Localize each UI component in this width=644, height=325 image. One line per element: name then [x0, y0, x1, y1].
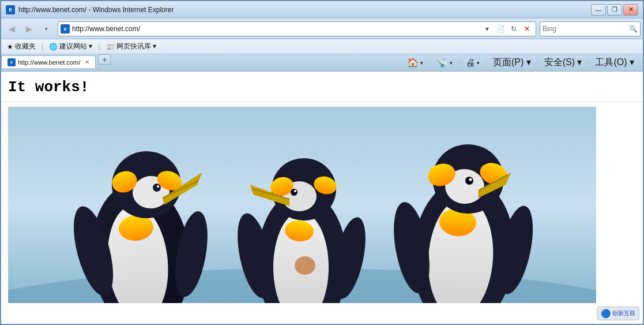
title-bar: e http://www.benet.com/ - Windows Intern…: [1, 1, 643, 18]
tab-close-button[interactable]: ✕: [85, 59, 89, 65]
web-slice-label: 网页快讯库 ▾: [116, 42, 156, 51]
feed-icon: 📡: [436, 57, 448, 68]
print-dropdown-icon: ▾: [477, 60, 480, 66]
home-dropdown-icon: ▾: [420, 60, 423, 66]
close-button[interactable]: ✕: [623, 4, 638, 16]
ie-logo-icon: e: [6, 5, 15, 14]
cmd-separator-1: [430, 58, 430, 68]
star-icon: ★: [7, 43, 13, 51]
active-tab[interactable]: e http://www.benet.com/ ✕: [1, 55, 96, 68]
page-icon: e: [61, 24, 70, 33]
minimize-button[interactable]: —: [591, 4, 606, 16]
nav-dropdown-button[interactable]: ▾: [38, 21, 54, 36]
tab-command-row: e http://www.benet.com/ ✕ + 🏠 ▾ 📡 ▾ 🖨 ▾: [1, 54, 643, 72]
safety-button[interactable]: 安全(S) ▾: [540, 54, 586, 71]
restore-button[interactable]: ❐: [607, 4, 622, 16]
watermark-icon: 🔵: [601, 309, 611, 318]
watermark-text: 创新互联: [612, 309, 635, 317]
cmd-separator-2: [459, 58, 460, 68]
watermark: 🔵 创新互联: [597, 307, 639, 320]
page-button[interactable]: 页面(P) ▾: [489, 54, 535, 71]
address-input[interactable]: [72, 25, 481, 33]
refresh-button[interactable]: ↻: [507, 23, 520, 35]
safety-label: 安全(S) ▾: [544, 57, 582, 69]
browser-window: e http://www.benet.com/ - Windows Intern…: [0, 0, 644, 325]
content-wrapper: It works!: [1, 72, 643, 324]
web-slice-icon: 📰: [106, 43, 115, 51]
window-controls: — ❐ ✕: [591, 4, 638, 16]
tab-favicon: e: [7, 58, 16, 66]
search-button[interactable]: 🔍: [629, 25, 638, 33]
stop-button[interactable]: ✕: [521, 23, 533, 35]
content-area: It works!: [1, 72, 643, 324]
address-dropdown-button[interactable]: ▾: [481, 23, 494, 35]
tab-title: http://www.benet.com/: [18, 59, 80, 66]
address-actions: ▾ 📄 ↻ ✕: [481, 23, 533, 35]
cmd-separator-5: [588, 58, 589, 68]
favorites-label: 收藏夹: [15, 42, 36, 51]
command-bar: 🏠 ▾ 📡 ▾ 🖨 ▾ 页面(P) ▾ 安全(S) ▾: [398, 54, 643, 71]
home-button[interactable]: 🏠 ▾: [403, 55, 427, 70]
favorites-folder-button[interactable]: ★ 收藏夹: [5, 40, 38, 53]
print-icon: 🖨: [466, 58, 475, 68]
feed-dropdown-icon: ▾: [450, 60, 453, 66]
svg-point-10: [157, 185, 159, 188]
page-label: 页面(P) ▾: [493, 57, 531, 69]
suggested-sites-label: 建议网站 ▾: [59, 42, 92, 51]
window-title: http://www.benet.com/ - Windows Internet…: [18, 6, 591, 14]
favorites-bar: ★ 收藏夹 | 🌐 建议网站 ▾ | 📰 网页快讯库 ▾: [1, 39, 643, 54]
navigation-bar: ◀ ▶ ▾ e ▾ 📄 ↻ ✕ 🔍: [1, 18, 643, 39]
print-button[interactable]: 🖨 ▾: [462, 55, 484, 70]
tools-label: 工具(O) ▾: [595, 57, 634, 69]
search-box: 🔍: [540, 21, 641, 36]
home-icon: 🏠: [407, 57, 419, 68]
svg-point-41: [469, 178, 472, 181]
penguins-svg: [8, 107, 596, 303]
page-heading: It works!: [1, 72, 643, 102]
fav-divider2: |: [98, 43, 100, 51]
svg-point-25: [294, 190, 296, 192]
suggested-sites-button[interactable]: 🌐 建议网站 ▾: [47, 40, 95, 53]
cmd-separator-4: [537, 58, 538, 68]
address-bar: e ▾ 📄 ↻ ✕: [58, 21, 536, 36]
ie-fav-icon: 🌐: [49, 43, 58, 51]
feed-button[interactable]: 📡 ▾: [432, 55, 457, 70]
svg-point-24: [291, 189, 297, 196]
svg-point-9: [153, 184, 161, 192]
penguin-image: [8, 107, 596, 303]
tab-spacer: [111, 54, 398, 71]
tools-button[interactable]: 工具(O) ▾: [591, 54, 638, 71]
search-input[interactable]: [543, 25, 629, 33]
new-tab-button[interactable]: +: [98, 54, 111, 65]
cmd-separator-3: [486, 58, 487, 68]
fav-divider: |: [42, 43, 43, 51]
svg-point-28: [295, 256, 315, 275]
forward-button[interactable]: ▶: [21, 21, 37, 36]
svg-point-40: [465, 177, 473, 185]
back-button[interactable]: ◀: [3, 21, 20, 36]
compatibility-button[interactable]: 📄: [494, 23, 507, 35]
web-slice-button[interactable]: 📰 网页快讯库 ▾: [104, 40, 159, 53]
